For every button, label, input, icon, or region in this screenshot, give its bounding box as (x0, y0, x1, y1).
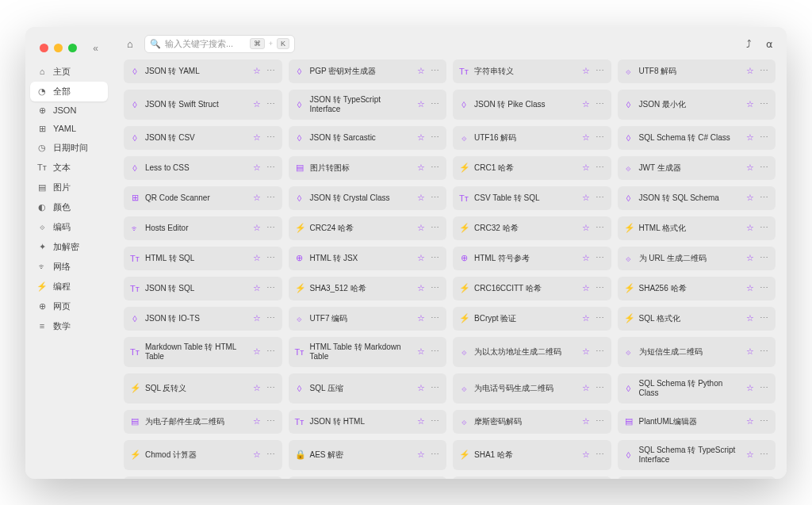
sidebar-item-13[interactable]: ≡数学 (30, 316, 108, 336)
zoom-dot[interactable] (68, 44, 77, 52)
star-icon[interactable]: ☆ (746, 193, 754, 203)
sidebar-item-1[interactable]: ◔全部 (30, 82, 108, 101)
tool-card[interactable]: 🔒AES 解密☆⋯ (289, 440, 447, 470)
tool-card[interactable]: TтJSON 转 SQL☆⋯ (124, 277, 282, 300)
tool-card[interactable]: ◊JSON 转 Pike Class☆⋯ (453, 90, 611, 120)
tool-card[interactable]: ◊JSON 转 YAML☆⋯ (124, 59, 282, 83)
tool-card[interactable]: ⟐UTF7 编码☆⋯ (289, 307, 447, 331)
sidebar-item-0[interactable]: ⌂主页 (30, 62, 108, 82)
more-icon[interactable]: ⋯ (760, 163, 769, 173)
more-icon[interactable]: ⋯ (760, 223, 769, 233)
more-icon[interactable]: ⋯ (266, 163, 276, 173)
tool-card[interactable]: ⊕HTML 转 JSX☆⋯ (289, 247, 447, 270)
more-icon[interactable]: ⋯ (431, 193, 440, 203)
tool-card[interactable]: ◊JSON 转 Crystal Class☆⋯ (289, 186, 447, 210)
tool-card[interactable]: ⚡CRC24 哈希☆⋯ (289, 216, 447, 240)
star-icon[interactable]: ☆ (746, 450, 754, 460)
sidebar-item-3[interactable]: ⊞YAML (30, 120, 108, 138)
tool-card[interactable]: ⚡CRC32 哈希☆⋯ (453, 216, 611, 240)
star-icon[interactable]: ☆ (582, 450, 590, 460)
star-icon[interactable]: ☆ (253, 283, 261, 293)
more-icon[interactable]: ⋯ (596, 416, 605, 427)
star-icon[interactable]: ☆ (746, 383, 754, 393)
more-icon[interactable]: ⋯ (431, 163, 440, 173)
star-icon[interactable]: ☆ (582, 383, 590, 393)
tool-card[interactable]: ◊PGP 密钥对生成器☆⋯ (289, 59, 447, 83)
star-icon[interactable]: ☆ (746, 283, 754, 293)
tool-card[interactable]: ⟐为电话号码生成二维码☆⋯ (453, 373, 611, 404)
more-icon[interactable]: ⋯ (266, 223, 276, 233)
collapse-sidebar-icon[interactable]: « (93, 43, 98, 54)
tool-card[interactable]: ⚡SHA256 哈希☆⋯ (618, 277, 776, 300)
more-icon[interactable]: ⋯ (596, 193, 605, 203)
more-icon[interactable]: ⋯ (760, 450, 769, 460)
sidebar-item-2[interactable]: ⊕JSON (30, 101, 108, 120)
tool-card[interactable]: ⚡SQL 反转义☆⋯ (124, 373, 282, 404)
star-icon[interactable]: ☆ (746, 416, 754, 427)
more-icon[interactable]: ⋯ (431, 283, 440, 293)
tool-card[interactable]: Tт字符串转义☆⋯ (453, 59, 611, 83)
star-icon[interactable]: ☆ (746, 163, 754, 173)
more-icon[interactable]: ⋯ (760, 99, 769, 109)
star-icon[interactable]: ☆ (253, 383, 261, 393)
user-icon[interactable]: ⍺ (763, 38, 776, 50)
close-dot[interactable] (40, 44, 48, 52)
star-icon[interactable]: ☆ (417, 283, 425, 293)
tool-card[interactable]: ⟐UTF8 解码☆⋯ (618, 59, 776, 83)
star-icon[interactable]: ☆ (253, 416, 261, 427)
tool-card[interactable]: ◊JSON 转 SQL Schema☆⋯ (618, 186, 776, 210)
more-icon[interactable]: ⋯ (266, 99, 276, 109)
more-icon[interactable]: ⋯ (266, 383, 276, 393)
tool-card[interactable]: TтHTML Table 转 Markdown Table☆⋯ (289, 337, 447, 367)
tool-card[interactable]: ◊JSON 转 IO-TS☆⋯ (124, 307, 282, 331)
tool-card[interactable]: ◊SQL Schema 转 TypeScript Interface☆⋯ (618, 440, 776, 470)
star-icon[interactable]: ☆ (582, 416, 590, 427)
more-icon[interactable]: ⋯ (596, 223, 605, 233)
star-icon[interactable]: ☆ (417, 66, 425, 76)
sidebar-item-7[interactable]: ◐颜色 (30, 197, 108, 217)
star-icon[interactable]: ☆ (253, 223, 261, 233)
more-icon[interactable]: ⋯ (431, 450, 440, 460)
star-icon[interactable]: ☆ (582, 99, 590, 109)
star-icon[interactable]: ☆ (746, 99, 754, 109)
more-icon[interactable]: ⋯ (760, 416, 769, 427)
star-icon[interactable]: ☆ (253, 253, 261, 263)
star-icon[interactable]: ☆ (746, 66, 754, 76)
star-icon[interactable]: ☆ (253, 313, 261, 323)
star-icon[interactable]: ☆ (417, 253, 425, 263)
more-icon[interactable]: ⋯ (596, 66, 605, 76)
more-icon[interactable]: ⋯ (760, 193, 769, 203)
star-icon[interactable]: ☆ (417, 163, 425, 173)
tool-card[interactable]: ⚡SHA3_512 哈希☆⋯ (289, 277, 447, 300)
tool-card[interactable]: ⚡CRC16CCITT 哈希☆⋯ (453, 277, 611, 300)
star-icon[interactable]: ☆ (253, 450, 261, 460)
star-icon[interactable]: ☆ (746, 313, 754, 323)
more-icon[interactable]: ⋯ (266, 283, 276, 293)
more-icon[interactable]: ⋯ (431, 253, 440, 263)
tool-card[interactable]: ▤图片转图标☆⋯ (289, 156, 447, 180)
star-icon[interactable]: ☆ (253, 99, 261, 109)
more-icon[interactable]: ⋯ (760, 66, 769, 76)
tool-card[interactable]: TтCSV Table 转 SQL☆⋯ (453, 186, 611, 210)
more-icon[interactable]: ⋯ (760, 132, 769, 143)
tool-card[interactable]: ▤为电子邮件生成二维码☆⋯ (124, 410, 282, 434)
more-icon[interactable]: ⋯ (760, 253, 769, 263)
more-icon[interactable]: ⋯ (760, 346, 769, 357)
more-icon[interactable]: ⋯ (431, 132, 440, 143)
more-icon[interactable]: ⋯ (596, 313, 605, 323)
star-icon[interactable]: ☆ (417, 313, 425, 323)
more-icon[interactable]: ⋯ (431, 383, 440, 393)
star-icon[interactable]: ☆ (417, 193, 425, 203)
tool-card[interactable]: ⚡Chmod 计算器☆⋯ (124, 440, 282, 470)
tool-card[interactable]: ◊JSON 转 Sarcastic☆⋯ (289, 126, 447, 150)
star-icon[interactable]: ☆ (417, 346, 425, 357)
more-icon[interactable]: ⋯ (431, 346, 440, 357)
star-icon[interactable]: ☆ (253, 346, 261, 357)
tool-card[interactable]: TтHTML 转 SQL☆⋯ (124, 247, 282, 270)
more-icon[interactable]: ⋯ (266, 313, 276, 323)
more-icon[interactable]: ⋯ (431, 313, 440, 323)
tool-card[interactable]: ◊JSON 转 TSV☆⋯ (124, 476, 282, 479)
tool-card[interactable]: ◊SQL Schema 转 Python Class☆⋯ (618, 373, 776, 404)
star-icon[interactable]: ☆ (417, 99, 425, 109)
more-icon[interactable]: ⋯ (596, 163, 605, 173)
